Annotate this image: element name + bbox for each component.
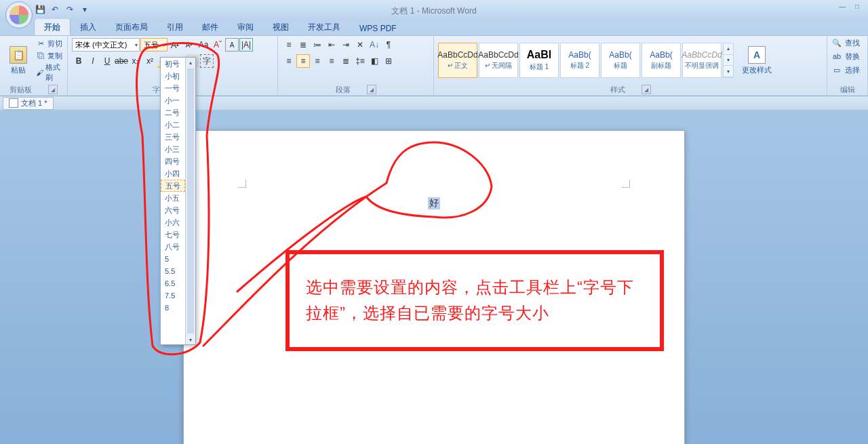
align-right-button[interactable]: ≡ <box>311 54 324 68</box>
numbering-button[interactable]: ≣ <box>296 38 310 52</box>
clipboard-dialog-launcher[interactable]: ◢ <box>48 85 58 94</box>
font-size-combo[interactable]: 五号▾ <box>140 38 167 52</box>
style-label: 标题 2 <box>570 61 589 70</box>
size-option[interactable]: 一号 <box>161 82 185 94</box>
paragraph-dialog-launcher[interactable]: ◢ <box>367 85 376 94</box>
multilevel-button[interactable]: ≔ <box>311 38 324 52</box>
subscript-button[interactable]: x₂ <box>129 54 142 68</box>
style-h2[interactable]: AaBb(标题 2 <box>560 43 599 78</box>
tab-layout[interactable]: 页面布局 <box>106 19 157 35</box>
show-marks-button[interactable]: ¶ <box>382 38 395 52</box>
borders-button[interactable]: ⊞ <box>382 54 395 68</box>
dropdown-scrollbar[interactable]: ▴▾ <box>185 58 195 344</box>
scroll-thumb[interactable] <box>187 68 194 334</box>
replace-button[interactable]: ab替换 <box>831 51 860 62</box>
tab-mail[interactable]: 邮件 <box>193 19 228 35</box>
style-title[interactable]: AaBb(标题 <box>601 43 640 78</box>
font-name-combo[interactable]: 宋体 (中文正文)▾ <box>72 38 140 52</box>
gallery-spinner[interactable]: ▴▾▾ <box>723 43 734 78</box>
style-normal[interactable]: AaBbCcDd↵ 正文 <box>438 43 477 78</box>
size-option[interactable]: 小初 <box>161 70 185 82</box>
style-nospace[interactable]: AaBbCcDd↵ 无间隔 <box>479 43 518 78</box>
size-option[interactable]: 5.5 <box>161 265 185 277</box>
undo-icon[interactable]: ↶ <box>49 3 61 16</box>
size-option[interactable]: 六号 <box>161 204 185 216</box>
sort-button[interactable]: A↓ <box>368 38 381 52</box>
change-styles-button[interactable]: A 更改样式 <box>736 43 777 78</box>
underline-button[interactable]: U <box>100 54 114 68</box>
tab-view[interactable]: 视图 <box>263 19 298 35</box>
line-spacing-button[interactable]: ‡≡ <box>353 54 367 68</box>
asian-layout-button[interactable]: ✕ <box>353 38 367 52</box>
size-option[interactable]: 小三 <box>161 143 185 155</box>
char-shading-button[interactable]: |A| <box>239 38 253 52</box>
indent-dec-button[interactable]: ⇤ <box>325 38 338 52</box>
style-subtle-emph[interactable]: AaBbCcDd不明显强调 <box>682 43 722 78</box>
phonetic-button[interactable]: Aˇ <box>211 38 224 52</box>
size-option[interactable]: 四号 <box>161 155 185 167</box>
justify-button[interactable]: ≡ <box>325 54 338 68</box>
size-option[interactable]: 小五 <box>161 192 185 204</box>
font-size-dropdown[interactable]: 初号小初一号小一二号小二三号小三四号小四五号小五六号小六七号八号55.56.57… <box>160 57 196 345</box>
format-painter-button[interactable]: 🖌格式刷 <box>35 62 63 83</box>
size-option[interactable]: 三号 <box>161 131 185 143</box>
style-gallery[interactable]: AaBbCcDd↵ 正文 AaBbCcDd↵ 无间隔 AaBl标题 1 AaBb… <box>438 43 734 78</box>
distrib-button[interactable]: ≣ <box>339 54 353 68</box>
selected-text[interactable]: 好 <box>428 197 440 209</box>
indent-inc-button[interactable]: ⇥ <box>339 38 353 52</box>
strike-button[interactable]: abe <box>115 54 128 68</box>
select-button[interactable]: ▭选择 <box>831 64 860 75</box>
size-option[interactable]: 8 <box>161 302 185 314</box>
page[interactable]: 好 选中需要设置的内容，点击工具栏上“字号下拉框”，选择自已需要的字号大小 <box>183 130 685 444</box>
styles-dialog-launcher[interactable]: ◢ <box>642 85 651 94</box>
char-border-button[interactable]: A <box>225 38 239 52</box>
cut-button[interactable]: ✂剪切 <box>35 38 63 49</box>
style-sample: AaBl <box>527 49 551 61</box>
clear-format-button[interactable]: Aa <box>197 38 210 52</box>
tab-references[interactable]: 引用 <box>157 19 193 35</box>
qat-more-icon[interactable]: ▾ <box>79 3 91 16</box>
size-option[interactable]: 初号 <box>161 58 185 70</box>
superscript-button[interactable]: x² <box>143 54 157 68</box>
tab-home[interactable]: 开始 <box>34 18 71 35</box>
size-option[interactable]: 五号 <box>161 180 185 192</box>
size-option[interactable]: 八号 <box>161 241 185 253</box>
document-canvas[interactable]: 好 选中需要设置的内容，点击工具栏上“字号下拉框”，选择自已需要的字号大小 <box>0 110 868 444</box>
tab-insert[interactable]: 插入 <box>71 19 106 35</box>
scroll-down-icon[interactable]: ▾ <box>186 335 195 344</box>
paste-button[interactable]: 📋 粘贴 <box>4 43 33 78</box>
size-option[interactable]: 6.5 <box>161 277 185 289</box>
redo-icon[interactable]: ↷ <box>64 3 76 16</box>
style-h1[interactable]: AaBl标题 1 <box>519 43 559 78</box>
size-option[interactable]: 小六 <box>161 216 185 228</box>
style-subtitle[interactable]: AaBb(副标题 <box>642 43 681 78</box>
office-button[interactable] <box>5 1 33 28</box>
find-button[interactable]: 🔍查找 <box>831 37 860 48</box>
size-option[interactable]: 二号 <box>161 106 185 119</box>
tab-dev[interactable]: 开发工具 <box>298 19 350 35</box>
enclose-char-button[interactable]: 字 <box>200 54 214 68</box>
save-icon[interactable]: 💾 <box>34 3 46 16</box>
size-option[interactable]: 小一 <box>161 94 185 106</box>
grow-font-button[interactable]: A▴ <box>168 38 182 52</box>
editing-group-label: 编辑 <box>840 85 855 95</box>
shrink-font-button[interactable]: A▾ <box>182 38 196 52</box>
document-tab[interactable]: 文档 1 * <box>3 97 54 110</box>
align-left-button[interactable]: ≡ <box>282 54 296 68</box>
align-center-button[interactable]: ≡ <box>296 54 310 68</box>
size-option[interactable]: 5 <box>161 253 185 265</box>
size-option[interactable]: 7.5 <box>161 289 185 302</box>
minimize-button[interactable]: — <box>835 0 849 12</box>
tab-wpspdf[interactable]: WPS PDF <box>350 21 406 35</box>
bold-button[interactable]: B <box>72 54 85 68</box>
size-option[interactable]: 小四 <box>161 167 185 180</box>
tab-review[interactable]: 审阅 <box>228 19 263 35</box>
copy-button[interactable]: ⿻复制 <box>35 50 63 61</box>
italic-button[interactable]: I <box>86 54 100 68</box>
scroll-up-icon[interactable]: ▴ <box>186 58 195 67</box>
maximize-button[interactable]: □ <box>850 0 864 12</box>
bullets-button[interactable]: ≡ <box>282 38 296 52</box>
size-option[interactable]: 小二 <box>161 119 185 131</box>
size-option[interactable]: 七号 <box>161 228 185 241</box>
shading-button[interactable]: ◧ <box>368 54 381 68</box>
